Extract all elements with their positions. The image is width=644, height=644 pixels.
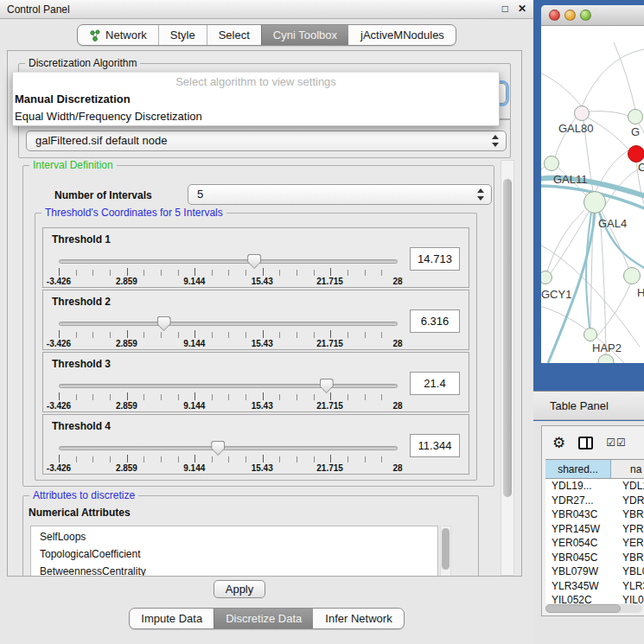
node-label: G	[631, 125, 640, 138]
panel-vertical-scrollbar[interactable]	[501, 160, 514, 576]
tab-jactivemnodules[interactable]: jActiveMNodules	[348, 25, 456, 45]
slider-track[interactable]	[59, 384, 398, 388]
combobox-stepper-icon	[492, 135, 500, 147]
number-of-intervals-label: Number of Intervals	[54, 189, 152, 201]
slider-scale: -3.4262.8599.14415.4321.71528	[59, 401, 398, 411]
table-row[interactable]: YBL079WYBL0	[545, 564, 644, 579]
thresholds-group: Threshold's Coordinates for 5 Intervals …	[35, 213, 477, 481]
table-row[interactable]: YDL19...YDL1	[545, 479, 644, 494]
network-icon	[89, 29, 101, 41]
slider-ticks	[59, 330, 399, 338]
tab-infer-network[interactable]: Infer Network	[313, 609, 403, 628]
network-canvas[interactable]: GAL80 G GAL11 C GAL4 GCY1 H HAP2	[541, 27, 644, 363]
network-node[interactable]	[575, 106, 590, 121]
threshold-2-slider[interactable]: -3.4262.8599.14415.4321.71528	[59, 315, 398, 349]
threshold-panel-2: Threshold 2 -3.4262.8599.14415.4321.7152…	[42, 290, 469, 350]
table-row[interactable]: YBR043CYBR0	[545, 507, 644, 522]
tab-style[interactable]: Style	[158, 25, 207, 45]
numerical-attributes-list: SelfLoops TopologicalCoefficient Between…	[30, 526, 438, 576]
table-row[interactable]: YIL052CYIL0	[545, 593, 644, 603]
apply-button[interactable]: Apply	[214, 580, 265, 598]
threshold-1-slider[interactable]: -3.4262.8599.14415.4321.71528	[59, 252, 398, 287]
threshold-4-label: Threshold 4	[52, 420, 111, 432]
slider-handle[interactable]	[247, 254, 261, 269]
attributes-list-scrollbar[interactable]	[440, 526, 451, 576]
threshold-3-slider[interactable]: -3.4262.8599.14415.4321.71528	[59, 377, 398, 411]
number-of-intervals-spinner[interactable]: 5	[188, 184, 492, 205]
node-label: GAL80	[558, 122, 593, 135]
table-row[interactable]: YDR27...YDR2	[545, 494, 644, 508]
discretization-algorithm-title: Discretization Algorithm	[25, 57, 140, 69]
threshold-1-value-field[interactable]: 14.713	[410, 247, 460, 271]
top-tab-bar: Network Style Select Cyni Toolbox jActiv…	[0, 24, 533, 46]
list-item[interactable]: SelfLoops	[40, 528, 437, 545]
table-header-row: shared... na	[545, 459, 644, 479]
checkbox-icons[interactable]: ☑☑	[606, 437, 627, 449]
dropdown-option-manual[interactable]: Manual Discretization	[13, 91, 499, 108]
minimize-traffic-light[interactable]	[564, 10, 576, 21]
float-icon[interactable]: □	[502, 3, 508, 15]
table-horizontal-scrollbar[interactable]	[545, 604, 642, 613]
slider-ticks	[59, 455, 399, 462]
threshold-2-value-field[interactable]: 6.316	[410, 309, 460, 333]
network-node[interactable]	[624, 268, 641, 284]
tab-select[interactable]: Select	[207, 25, 261, 45]
tab-cyni-toolbox[interactable]: Cyni Toolbox	[261, 25, 348, 45]
network-node-highlighted[interactable]	[628, 146, 644, 163]
gear-icon[interactable]: ⚙	[552, 436, 565, 450]
numerical-attributes-label: Numerical Attributes	[29, 507, 131, 519]
interval-definition-title: Interval Definition	[29, 160, 117, 171]
table-row[interactable]: YER054CYER0	[545, 536, 644, 551]
table-data-combobox[interactable]: galFiltered.sif default node	[26, 131, 507, 151]
columns-icon[interactable]	[578, 437, 593, 450]
threshold-4-value-field[interactable]: 11.344	[410, 434, 460, 457]
slider-track[interactable]	[59, 446, 398, 450]
threshold-4-slider[interactable]: -3.4262.8599.14415.4321.71528	[59, 439, 398, 474]
threshold-panel-4: Threshold 4 -3.4262.8599.14415.4321.7152…	[42, 414, 469, 475]
tab-impute-data[interactable]: Impute Data	[130, 609, 214, 628]
threshold-3-value-field[interactable]: 21.4	[410, 372, 460, 395]
slider-track[interactable]	[59, 322, 398, 326]
slider-handle[interactable]	[320, 379, 334, 393]
table-row[interactable]: YBR045CYBR0	[545, 551, 644, 565]
slider-handle[interactable]	[211, 441, 225, 456]
threshold-panel-3: Threshold 3 -3.4262.8599.14415.4321.7152…	[42, 352, 469, 412]
node-label: C	[638, 161, 644, 174]
algorithm-dropdown-popup: Select algorithm to view settings Manual…	[12, 72, 500, 126]
table-row[interactable]: YPR145WYPR1	[545, 522, 644, 537]
tab-network[interactable]: Network	[78, 25, 158, 45]
settings-scroll-area: Interval Definition Number of Intervals …	[8, 160, 521, 576]
node-label: HAP2	[592, 341, 622, 354]
table-toolbar: ⚙ ☑☑	[542, 430, 644, 456]
slider-track[interactable]	[59, 259, 398, 264]
thresholds-title: Threshold's Coordinates for 5 Intervals	[41, 207, 226, 219]
attributes-group: Attributes to discretize Numerical Attri…	[22, 495, 479, 576]
slider-handle[interactable]	[157, 316, 171, 331]
node-label: GAL4	[598, 217, 627, 230]
node-label: GCY1	[541, 288, 571, 301]
scrollbar-thumb[interactable]	[503, 179, 512, 497]
close-icon[interactable]: ✕	[518, 3, 526, 15]
slider-ticks	[59, 268, 399, 276]
network-node[interactable]	[628, 110, 643, 124]
list-item[interactable]: TopologicalCoefficient	[40, 545, 437, 563]
zoom-traffic-light[interactable]	[580, 10, 591, 21]
network-node[interactable]	[545, 156, 559, 171]
list-item[interactable]: BetweennessCentrality	[40, 563, 437, 576]
network-node[interactable]	[541, 271, 552, 284]
interval-definition-group: Interval Definition Number of Intervals …	[22, 165, 494, 487]
node-label: H	[637, 286, 644, 299]
network-node[interactable]	[584, 192, 606, 214]
network-node[interactable]	[584, 328, 597, 341]
column-header-shared[interactable]: shared...	[545, 460, 611, 478]
dropdown-option-equal-width[interactable]: Equal Width/Frequency Discretization	[13, 108, 499, 125]
slider-ticks	[59, 392, 399, 400]
network-node[interactable]	[598, 354, 614, 363]
scrollbar-thumb[interactable]	[545, 604, 621, 613]
column-header-name[interactable]: na	[611, 460, 644, 478]
table-body: YDL19...YDL1 YDR27...YDR2 YBR043CYBR0 YP…	[545, 479, 644, 603]
table-panel-area: ⚙ ☑☑ shared... na YDL19...YDL1 YDR27...Y…	[533, 421, 644, 644]
table-row[interactable]: YLR345WYLR3	[545, 579, 644, 594]
tab-discretize-data[interactable]: Discretize Data	[214, 609, 313, 628]
close-traffic-light[interactable]	[549, 10, 560, 21]
